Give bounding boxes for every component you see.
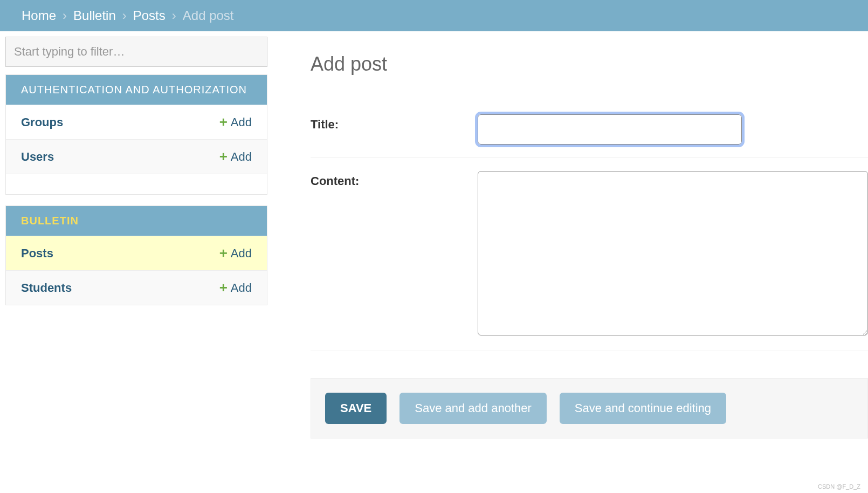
- plus-icon: +: [219, 114, 228, 131]
- sidebar-item-students: Students + Add: [6, 270, 267, 305]
- sidebar-add-groups[interactable]: + Add: [219, 114, 252, 131]
- breadcrumb-current: Add post: [183, 8, 234, 23]
- title-input[interactable]: [478, 114, 742, 145]
- sidebar-item-posts: Posts + Add: [6, 236, 267, 270]
- save-continue-button[interactable]: Save and continue editing: [560, 393, 726, 424]
- sidebar-item-groups: Groups + Add: [6, 105, 267, 139]
- add-label: Add: [231, 281, 252, 295]
- save-button[interactable]: SAVE: [325, 393, 387, 424]
- breadcrumb-posts[interactable]: Posts: [133, 8, 166, 23]
- title-label: Title:: [311, 114, 478, 145]
- content-label: Content:: [311, 171, 478, 338]
- sidebar-section-header-auth[interactable]: AUTHENTICATION AND AUTHORIZATION: [6, 75, 267, 105]
- sidebar-add-users[interactable]: + Add: [219, 148, 252, 165]
- chevron-right-icon: ›: [122, 8, 127, 23]
- content-textarea[interactable]: [478, 171, 868, 335]
- breadcrumb-home[interactable]: Home: [22, 8, 56, 23]
- plus-icon: +: [219, 279, 228, 296]
- form-row-title: Title:: [311, 101, 868, 158]
- sidebar-section-bulletin: BULLETIN Posts + Add Students + Add: [5, 206, 267, 305]
- page-title: Add post: [311, 53, 868, 76]
- sidebar-add-students[interactable]: + Add: [219, 279, 252, 296]
- form-row-content: Content:: [311, 158, 868, 351]
- sidebar-item-label[interactable]: Users: [21, 150, 54, 164]
- chevron-right-icon: ›: [63, 8, 67, 23]
- plus-icon: +: [219, 148, 228, 165]
- add-label: Add: [231, 115, 252, 129]
- breadcrumb-bulletin[interactable]: Bulletin: [73, 8, 116, 23]
- sidebar-item-users: Users + Add: [6, 139, 267, 174]
- breadcrumb: Home › Bulletin › Posts › Add post: [0, 0, 868, 31]
- sidebar-item-label[interactable]: Groups: [21, 115, 63, 129]
- sidebar: AUTHENTICATION AND AUTHORIZATION Groups …: [0, 31, 273, 460]
- sidebar-filter-input[interactable]: [5, 37, 267, 67]
- submit-row: SAVE Save and add another Save and conti…: [311, 378, 868, 439]
- sidebar-item-label[interactable]: Students: [21, 281, 72, 295]
- sidebar-section-header-bulletin[interactable]: BULLETIN: [6, 206, 267, 236]
- sidebar-add-posts[interactable]: + Add: [219, 245, 252, 262]
- add-label: Add: [231, 246, 252, 261]
- add-label: Add: [231, 150, 252, 164]
- save-add-another-button[interactable]: Save and add another: [399, 393, 547, 424]
- sidebar-item-label[interactable]: Posts: [21, 246, 53, 261]
- sidebar-spacer: [6, 174, 267, 194]
- chevron-right-icon: ›: [172, 8, 176, 23]
- sidebar-section-auth: AUTHENTICATION AND AUTHORIZATION Groups …: [5, 74, 267, 195]
- plus-icon: +: [219, 245, 228, 262]
- main-content: Add post Title: Content: SAVE Save and a…: [273, 31, 868, 460]
